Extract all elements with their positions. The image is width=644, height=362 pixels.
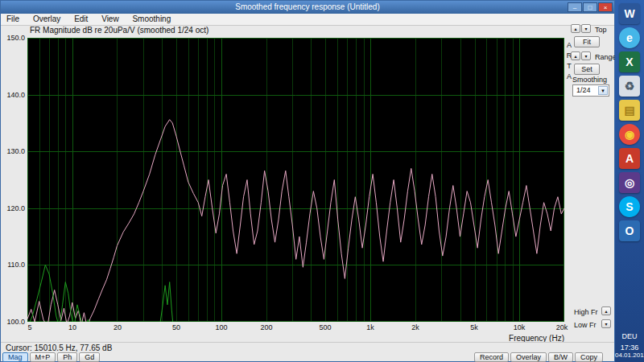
status-bar: Cursor: 15010.5 Hz, 77.65 dB <box>1 342 614 353</box>
chevron-down-icon[interactable]: ▾ <box>598 86 608 95</box>
ph-button[interactable]: Ph <box>57 352 77 362</box>
mag-button[interactable]: Mag <box>2 352 28 362</box>
y-tick-130: 130.0 <box>2 147 25 155</box>
windows-taskbar: W e X ♻ ▤ ◉ A ◎ S O DEU 17:36 04.01.2013 <box>615 0 644 362</box>
cursor-readout: Cursor: 15010.5 Hz, 77.65 dB <box>6 343 112 352</box>
close-button[interactable]: × <box>598 2 613 12</box>
system-tray[interactable]: DEU 17:36 04.01.2013 <box>615 332 644 359</box>
menu-file[interactable]: File <box>1 14 25 25</box>
record-button[interactable]: Record <box>474 352 509 362</box>
minimize-button[interactable]: – <box>568 2 582 12</box>
skype-icon[interactable]: S <box>619 196 640 217</box>
low-fr-button[interactable]: ▾ <box>601 319 611 328</box>
excel-icon[interactable]: X <box>619 51 640 72</box>
menu-view[interactable]: View <box>96 14 125 25</box>
menu-overlay[interactable]: Overlay <box>27 14 66 25</box>
range-spin-down-button[interactable]: ▾ <box>581 51 591 60</box>
x-tick-20: 20 <box>114 323 122 331</box>
internet-explorer-icon[interactable]: e <box>619 27 640 48</box>
x-tick-2k: 2k <box>411 323 419 331</box>
high-fr-button[interactable]: ▴ <box>601 306 611 315</box>
x-tick-20k: 20k <box>556 323 568 331</box>
gd-button[interactable]: Gd <box>79 352 100 362</box>
folder-icon[interactable]: ▤ <box>619 100 640 121</box>
x-tick-5: 5 <box>27 323 31 331</box>
chart-title: FR Magnitude dB re 20uPa/V (smoothed 1/2… <box>30 26 208 35</box>
menu-bar: File Overlay Edit View Smoothing <box>1 14 614 26</box>
display-mode-buttons: Mag M+P Ph Gd <box>2 352 100 362</box>
high-fr-label: High Fr <box>574 308 598 316</box>
outlook-icon[interactable]: O <box>619 220 640 241</box>
window-controls: – □ × <box>568 2 613 12</box>
word-icon[interactable]: W <box>619 3 640 24</box>
action-buttons: Record Overlay B/W Copy <box>474 352 603 362</box>
top-spin-down-button[interactable]: ▾ <box>581 24 591 33</box>
media-player-icon[interactable]: ◎ <box>619 172 640 193</box>
chrome-icon[interactable]: ◉ <box>619 124 640 145</box>
bottom-toolbar: Mag M+P Ph Gd Record Overlay B/W Copy <box>1 352 614 362</box>
arta-app-icon[interactable]: A <box>619 148 640 169</box>
x-tick-100: 100 <box>215 323 227 331</box>
y-tick-150: 150.0 <box>2 34 25 42</box>
fit-button[interactable]: Fit <box>574 36 600 47</box>
x-tick-50: 50 <box>172 323 180 331</box>
range-spin-up-button[interactable]: ▴ <box>571 51 580 60</box>
title-bar[interactable]: Smoothed frequency response (Untitled) –… <box>1 1 614 14</box>
y-tick-140: 140.0 <box>2 91 25 99</box>
x-tick-200: 200 <box>260 323 272 331</box>
y-tick-120: 120.0 <box>2 204 25 212</box>
x-tick-10: 10 <box>68 323 76 331</box>
y-tick-110: 110.0 <box>2 261 25 269</box>
y-tick-100: 100.0 <box>2 318 25 326</box>
m-plus-p-button[interactable]: M+P <box>30 352 56 362</box>
smoothing-value: 1/24 <box>576 86 591 94</box>
clock-time: 17:36 <box>615 343 644 352</box>
recycle-bin-icon[interactable]: ♻ <box>619 76 640 97</box>
x-tick-500: 500 <box>319 323 331 331</box>
language-indicator[interactable]: DEU <box>615 332 644 340</box>
menu-edit[interactable]: Edit <box>68 14 93 25</box>
smoothing-label: Smoothing <box>572 76 607 84</box>
x-tick-1k: 1k <box>366 323 374 331</box>
set-button[interactable]: Set <box>574 64 600 75</box>
overlay-button[interactable]: Overlay <box>510 352 547 362</box>
copy-button[interactable]: Copy <box>575 352 603 362</box>
bw-button[interactable]: B/W <box>548 352 573 362</box>
fr-plot-canvas[interactable] <box>27 38 564 322</box>
top-label: Top <box>595 26 607 34</box>
top-spin-up-button[interactable]: ▴ <box>571 24 580 33</box>
smoothing-combo[interactable]: 1/24 ▾ <box>572 84 609 97</box>
window-title: Smoothed frequency response (Untitled) <box>235 2 380 11</box>
maximize-button[interactable]: □ <box>583 2 597 12</box>
arta-window: Smoothed frequency response (Untitled) –… <box>0 0 615 362</box>
clock-date: 04.01.2013 <box>615 352 644 359</box>
x-tick-5k: 5k <box>470 323 478 331</box>
range-label: Range <box>595 53 617 61</box>
x-tick-10k: 10k <box>514 323 526 331</box>
low-fr-label: Low Fr <box>574 321 597 329</box>
menu-smoothing[interactable]: Smoothing <box>126 14 176 25</box>
